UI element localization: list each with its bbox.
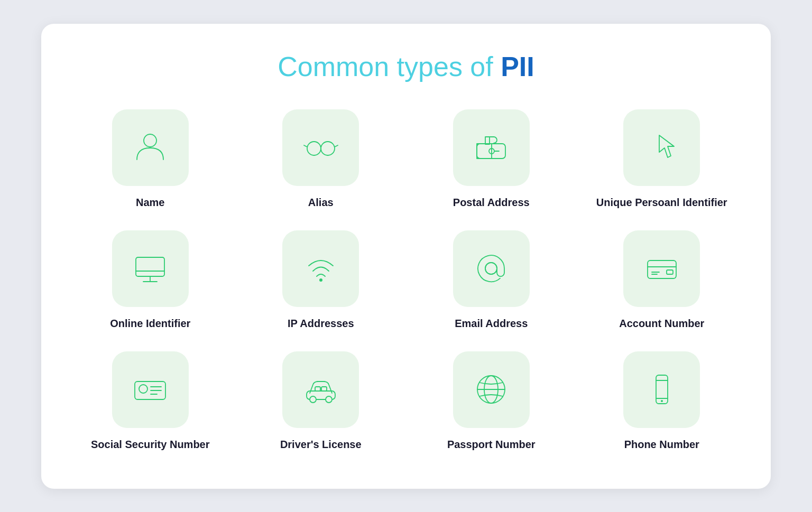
svg-rect-32 [315,387,320,391]
svg-line-3 [304,145,307,147]
id-card-icon [132,371,169,408]
svg-point-24 [139,385,147,393]
svg-point-16 [319,278,322,282]
passport-icon-box [453,351,530,428]
globe-icon [473,371,510,408]
title-part2: of [470,51,501,82]
pii-item-online: Online Identifier [73,230,228,330]
glasses-icon [302,129,339,166]
svg-rect-33 [321,387,327,391]
alias-label: Alias [308,196,334,209]
main-card: Common types of PII Name [41,24,771,489]
pii-item-license: Driver's License [244,351,399,451]
title-part1: Common types [278,51,470,82]
wifi-icon [302,250,339,287]
svg-rect-22 [667,270,673,274]
account-label: Account Number [619,316,704,330]
postal-label: Postal Address [453,196,530,209]
online-icon-box [112,230,189,307]
phone-icon-box [623,351,700,428]
pii-item-alias: Alias [244,109,399,209]
pii-item-ssn: Social Security Number [73,351,228,451]
ip-label: IP Addresses [288,316,354,330]
title-part3: PII [501,51,534,82]
account-icon-box [623,230,700,307]
phone-label: Phone Number [624,437,699,451]
at-icon [473,250,510,287]
email-icon-box [453,230,530,307]
name-icon-box [112,109,189,186]
name-label: Name [136,196,164,209]
pii-item-unique: Unique Persoanl Identifier [585,109,740,209]
svg-rect-10 [485,137,490,144]
svg-point-30 [326,396,332,403]
svg-line-4 [335,145,338,147]
unique-label: Unique Persoanl Identifier [596,196,727,209]
mailbox-icon [473,129,510,166]
svg-rect-6 [477,144,505,159]
svg-point-1 [307,142,321,155]
pii-item-passport: Passport Number [414,351,569,451]
license-icon-box [282,351,359,428]
svg-point-40 [661,400,663,402]
passport-label: Passport Number [447,437,536,451]
svg-rect-37 [656,375,668,404]
monitor-icon [132,250,169,287]
ssn-label: Social Security Number [91,437,210,451]
svg-point-2 [321,142,335,155]
pii-item-email: Email Address [414,230,569,330]
svg-point-0 [144,134,156,147]
ssn-icon-box [112,351,189,428]
person-icon [132,129,169,166]
pii-item-name: Name [73,109,228,209]
svg-point-29 [310,396,316,403]
pointer-icon [643,129,680,166]
phone-icon [643,371,680,408]
license-label: Driver's License [280,437,362,451]
online-label: Online Identifier [110,316,190,330]
svg-rect-18 [648,260,676,278]
unique-icon-box [623,109,700,186]
pii-item-account: Account Number [585,230,740,330]
svg-rect-12 [136,257,164,276]
ip-icon-box [282,230,359,307]
pii-item-postal: Postal Address [414,109,569,209]
pii-item-phone: Phone Number [585,351,740,451]
pii-item-ip: IP Addresses [244,230,399,330]
postal-icon-box [453,109,530,186]
alias-icon-box [282,109,359,186]
page-title: Common types of PII [73,50,739,83]
car-icon [302,371,339,408]
credit-card-icon [643,250,680,287]
email-label: Email Address [455,316,528,330]
pii-grid: Name Alias [73,109,739,451]
